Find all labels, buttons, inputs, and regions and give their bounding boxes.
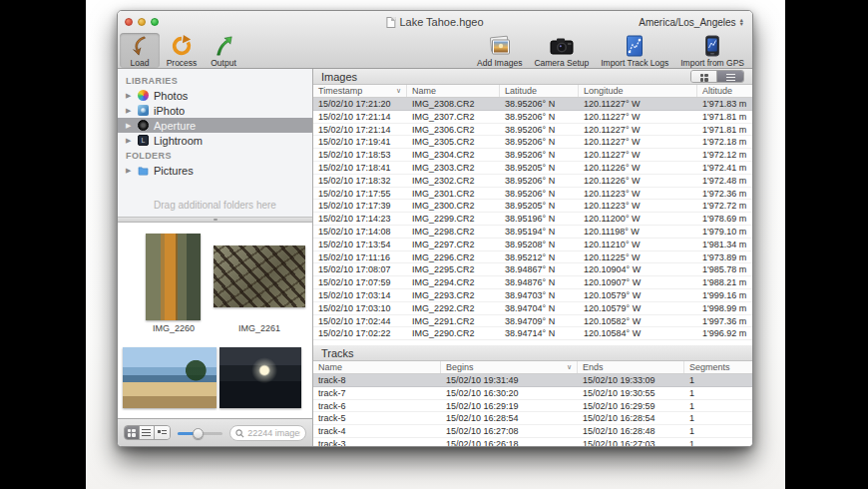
list-view-button[interactable]: [717, 71, 743, 83]
image-table-row[interactable]: 15/02/10 17:18:41 IMG_2303.CR2 38.95205°…: [313, 162, 752, 175]
image-table-row[interactable]: 15/02/10 17:21:14 IMG_2307.CR2 38.95206°…: [313, 111, 752, 124]
column-header-timestamp[interactable]: Timestamp ∨: [313, 85, 407, 97]
cell-altitude: 1'978.69 m: [697, 213, 752, 225]
column-header-longitude[interactable]: Longitude: [579, 85, 697, 97]
cell-timestamp: 15/02/10 17:13:54: [313, 239, 407, 250]
thumbnail-photo[interactable]: [219, 347, 301, 408]
detail-view-button[interactable]: [155, 426, 170, 439]
import-from-gps-label: Import from GPS: [680, 58, 744, 68]
output-button[interactable]: Output: [204, 33, 243, 68]
camera-setup-label: Camera Setup: [534, 58, 589, 68]
cell-segments: 1: [684, 400, 752, 412]
thumbnail-img-2261[interactable]: [214, 245, 305, 307]
minimize-button[interactable]: [138, 18, 146, 26]
sidebar-item-label: Pictures: [154, 165, 194, 177]
image-table-row[interactable]: 15/02/10 17:17:55 IMG_2301.CR2 38.95206°…: [313, 188, 752, 201]
cell-name: IMG_2292.CR2: [407, 302, 500, 314]
track-table-row[interactable]: track-8 15/02/10 19:31:49 15/02/10 19:33…: [313, 374, 752, 387]
sort-descending-icon: ∨: [396, 87, 401, 95]
image-table-row[interactable]: 15/02/10 17:21:20 IMG_2308.CR2 38.95206°…: [313, 98, 752, 111]
cell-track-name: track-7: [313, 387, 441, 399]
image-table-row[interactable]: 15/02/10 17:13:54 IMG_2297.CR2 38.95208°…: [313, 239, 752, 251]
disclosure-triangle-icon[interactable]: ▶: [126, 107, 133, 115]
track-table-row[interactable]: track-3 15/02/10 16:26:18 15/02/10 16:27…: [313, 438, 752, 446]
image-table-row[interactable]: 15/02/10 17:17:39 IMG_2300.CR2 38.95205°…: [313, 200, 752, 213]
sidebar-item-lightroom[interactable]: ▶ Lightroom: [118, 133, 312, 148]
images-view-toggle: [690, 70, 744, 83]
image-table-row[interactable]: 15/02/10 17:14:23 IMG_2299.CR2 38.95196°…: [313, 213, 752, 226]
search-input[interactable]: [247, 428, 300, 438]
cell-longitude: 120.11227° W: [579, 149, 697, 161]
source-list: LIBRARIES ▶ Photos ▶ iPhoto ▶ Aperture: [118, 69, 312, 217]
image-table-row[interactable]: 15/02/10 17:11:16 IMG_2296.CR2 38.95212°…: [313, 251, 752, 264]
search-field[interactable]: [229, 425, 306, 441]
column-header-altitude[interactable]: Altitude: [697, 85, 752, 97]
track-table-row[interactable]: track-4 15/02/10 16:27:08 15/02/10 16:28…: [313, 425, 752, 438]
tracks-panel-title: Tracks: [313, 347, 354, 359]
cell-ends: 15/02/10 16:28:48: [578, 425, 684, 437]
disclosure-triangle-icon[interactable]: ▶: [126, 122, 133, 130]
grid-view-button[interactable]: [691, 71, 717, 83]
column-header-latitude[interactable]: Latitude: [500, 85, 579, 97]
grid-view-button[interactable]: [125, 426, 140, 439]
image-table-row[interactable]: 15/02/10 17:02:44 IMG_2291.CR2 38.94709°…: [313, 315, 752, 328]
track-table-row[interactable]: track-7 15/02/10 16:30:20 15/02/10 19:30…: [313, 387, 752, 400]
timezone-select[interactable]: America/Los_Angeles ▲▼: [639, 14, 744, 30]
image-table-row[interactable]: 15/02/10 17:03:10 IMG_2292.CR2 38.94704°…: [313, 302, 752, 315]
cell-timestamp: 15/02/10 17:17:39: [313, 200, 407, 212]
cell-latitude: 38.95205° N: [500, 200, 579, 212]
cell-ends: 15/02/10 16:28:54: [578, 412, 684, 424]
cell-longitude: 120.11227° W: [579, 98, 697, 110]
image-table-row[interactable]: 15/02/10 17:08:07 IMG_2295.CR2 38.94867°…: [313, 263, 752, 276]
image-table-row[interactable]: 15/02/10 17:19:41 IMG_2305.CR2 38.95206°…: [313, 136, 752, 149]
load-button[interactable]: Load: [120, 33, 160, 68]
sidebar-item-iphoto[interactable]: ▶ iPhoto: [118, 103, 312, 118]
zoom-button[interactable]: [151, 18, 159, 26]
column-header-begins[interactable]: Begins ∨: [441, 361, 578, 373]
column-header-name[interactable]: Name: [407, 85, 500, 97]
image-table-row[interactable]: 15/02/10 17:18:32 IMG_2302.CR2 38.95206°…: [313, 175, 752, 188]
cell-longitude: 120.11225° W: [579, 251, 697, 263]
cell-longitude: 120.11227° W: [579, 111, 697, 123]
cell-timestamp: 15/02/10 17:18:41: [313, 162, 407, 174]
column-header-segments[interactable]: Segments: [684, 361, 752, 373]
sidebar-item-photos[interactable]: ▶ Photos: [118, 88, 312, 103]
image-table-row[interactable]: 15/02/10 17:21:14 IMG_2306.CR2 38.95206°…: [313, 124, 752, 137]
camera-setup-button[interactable]: Camera Setup: [530, 33, 593, 68]
thumbnail-img-2260[interactable]: [146, 234, 201, 320]
sidebar-bottom-bar: [118, 418, 312, 446]
cell-altitude: 1'972.48 m: [697, 175, 752, 187]
list-view-button[interactable]: [140, 426, 155, 439]
column-header-track-name[interactable]: Name: [313, 361, 441, 373]
image-table-row[interactable]: 15/02/10 17:02:22 IMG_2290.CR2 38.94714°…: [313, 327, 752, 340]
cell-latitude: 38.95196° N: [500, 213, 579, 225]
import-track-logs-button[interactable]: Import Track Logs: [597, 33, 672, 68]
traffic-lights: [125, 18, 159, 26]
images-panel-header: Images: [313, 69, 752, 85]
image-table-row[interactable]: 15/02/10 17:14:08 IMG_2298.CR2 38.95194°…: [313, 226, 752, 239]
add-images-button[interactable]: Add Images: [473, 33, 526, 68]
image-table-row[interactable]: 15/02/10 17:07:59 IMG_2294.CR2 38.94876°…: [313, 276, 752, 289]
track-table-row[interactable]: track-6 15/02/10 16:29:19 15/02/10 16:29…: [313, 400, 752, 413]
sidebar-item-aperture[interactable]: ▶ Aperture: [118, 118, 312, 133]
disclosure-triangle-icon[interactable]: ▶: [126, 92, 133, 100]
disclosure-triangle-icon[interactable]: ▶: [126, 167, 133, 175]
sidebar-item-pictures[interactable]: ▶ Pictures: [118, 163, 312, 178]
process-button[interactable]: Process: [162, 33, 202, 68]
import-from-gps-button[interactable]: Import from GPS: [676, 33, 748, 68]
image-table-row[interactable]: 15/02/10 17:03:14 IMG_2293.CR2 38.94703°…: [313, 289, 752, 302]
cell-altitude: 1'985.78 m: [697, 263, 752, 275]
close-button[interactable]: [125, 18, 133, 26]
cell-track-name: track-6: [313, 400, 441, 412]
cell-altitude: 1'988.21 m: [697, 276, 752, 288]
image-table-row[interactable]: 15/02/10 17:18:53 IMG_2304.CR2 38.95206°…: [313, 149, 752, 162]
column-header-ends[interactable]: Ends: [578, 361, 684, 373]
thumbnail-photo[interactable]: [123, 347, 217, 408]
cell-latitude: 38.94709° N: [500, 315, 579, 327]
cell-name: IMG_2308.CR2: [407, 98, 500, 110]
cell-timestamp: 15/02/10 17:18:32: [313, 175, 407, 187]
disclosure-triangle-icon[interactable]: ▶: [126, 137, 133, 145]
slider-thumb[interactable]: [193, 428, 204, 439]
thumbnail-size-slider[interactable]: [178, 427, 223, 439]
track-table-row[interactable]: track-5 15/02/10 16:28:54 15/02/10 16:28…: [313, 412, 752, 425]
